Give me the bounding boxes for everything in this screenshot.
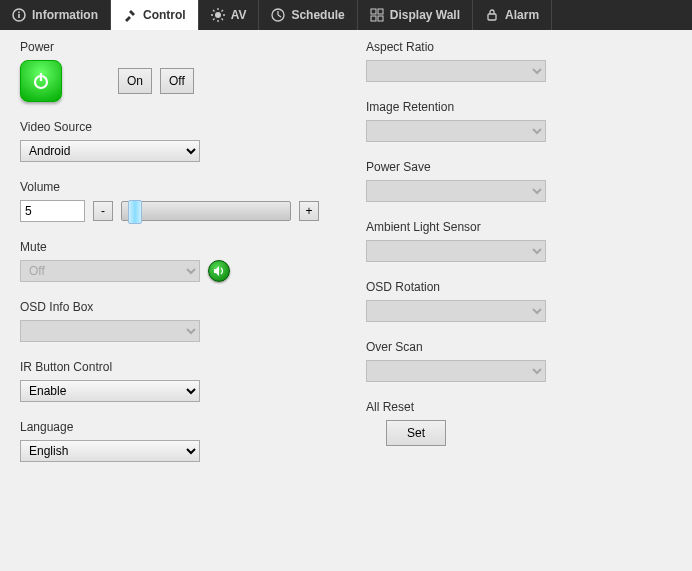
image-retention-group: Image Retention: [366, 100, 672, 142]
lock-icon: [485, 8, 499, 22]
all-reset-group: All Reset Set: [366, 400, 672, 446]
ambient-light-group: Ambient Light Sensor: [366, 220, 672, 262]
tab-label: Alarm: [505, 8, 539, 22]
osd-info-select: [20, 320, 200, 342]
ambient-light-select: [366, 240, 546, 262]
aspect-ratio-label: Aspect Ratio: [366, 40, 672, 54]
power-save-label: Power Save: [366, 160, 672, 174]
speaker-icon[interactable]: [208, 260, 230, 282]
power-save-select: [366, 180, 546, 202]
over-scan-group: Over Scan: [366, 340, 672, 382]
volume-slider-thumb[interactable]: [128, 200, 142, 224]
svg-rect-19: [488, 14, 496, 20]
clock-icon: [271, 8, 285, 22]
osd-rotation-label: OSD Rotation: [366, 280, 672, 294]
language-label: Language: [20, 420, 326, 434]
ir-button-group: IR Button Control Enable: [20, 360, 326, 402]
video-source-label: Video Source: [20, 120, 326, 134]
svg-rect-18: [378, 16, 383, 21]
aspect-ratio-group: Aspect Ratio: [366, 40, 672, 82]
image-retention-select: [366, 120, 546, 142]
power-label: Power: [20, 40, 326, 54]
info-icon: [12, 8, 26, 22]
power-off-button[interactable]: Off: [160, 68, 194, 94]
svg-point-3: [215, 12, 221, 18]
mute-group: Mute Off: [20, 240, 326, 282]
osd-rotation-select: [366, 300, 546, 322]
mute-label: Mute: [20, 240, 326, 254]
svg-rect-2: [18, 12, 20, 14]
power-save-group: Power Save: [366, 160, 672, 202]
osd-rotation-group: OSD Rotation: [366, 280, 672, 322]
ir-button-label: IR Button Control: [20, 360, 326, 374]
tab-label: Control: [143, 8, 186, 22]
svg-rect-17: [371, 16, 376, 21]
power-group: Power On Off: [20, 40, 326, 102]
tools-icon: [123, 8, 137, 22]
image-retention-label: Image Retention: [366, 100, 672, 114]
grid-icon: [370, 8, 384, 22]
svg-line-10: [213, 19, 215, 21]
over-scan-select: [366, 360, 546, 382]
svg-line-14: [278, 15, 281, 17]
ir-button-select[interactable]: Enable: [20, 380, 200, 402]
all-reset-set-button[interactable]: Set: [386, 420, 446, 446]
video-source-group: Video Source Android: [20, 120, 326, 162]
volume-group: Volume - +: [20, 180, 326, 222]
svg-line-11: [221, 10, 223, 12]
mute-select: Off: [20, 260, 200, 282]
tab-label: Information: [32, 8, 98, 22]
volume-increase-button[interactable]: +: [299, 201, 319, 221]
svg-line-8: [213, 10, 215, 12]
svg-line-9: [221, 19, 223, 21]
tab-alarm[interactable]: Alarm: [473, 0, 552, 30]
tab-label: Schedule: [291, 8, 344, 22]
over-scan-label: Over Scan: [366, 340, 672, 354]
svg-rect-1: [18, 14, 20, 18]
aspect-ratio-select: [366, 60, 546, 82]
all-reset-label: All Reset: [366, 400, 672, 414]
volume-label: Volume: [20, 180, 326, 194]
tab-schedule[interactable]: Schedule: [259, 0, 357, 30]
tab-display-wall[interactable]: Display Wall: [358, 0, 473, 30]
language-group: Language English: [20, 420, 326, 462]
volume-decrease-button[interactable]: -: [93, 201, 113, 221]
power-on-button[interactable]: On: [118, 68, 152, 94]
tab-av[interactable]: AV: [199, 0, 260, 30]
svg-rect-16: [378, 9, 383, 14]
tab-label: AV: [231, 8, 247, 22]
video-source-select[interactable]: Android: [20, 140, 200, 162]
volume-input[interactable]: [20, 200, 85, 222]
volume-slider[interactable]: [121, 201, 291, 221]
osd-info-label: OSD Info Box: [20, 300, 326, 314]
tab-control[interactable]: Control: [111, 0, 199, 30]
ambient-light-label: Ambient Light Sensor: [366, 220, 672, 234]
tab-information[interactable]: Information: [0, 0, 111, 30]
svg-rect-15: [371, 9, 376, 14]
osd-info-group: OSD Info Box: [20, 300, 326, 342]
brightness-icon: [211, 8, 225, 22]
power-toggle-button[interactable]: [20, 60, 62, 102]
language-select[interactable]: English: [20, 440, 200, 462]
tab-label: Display Wall: [390, 8, 460, 22]
